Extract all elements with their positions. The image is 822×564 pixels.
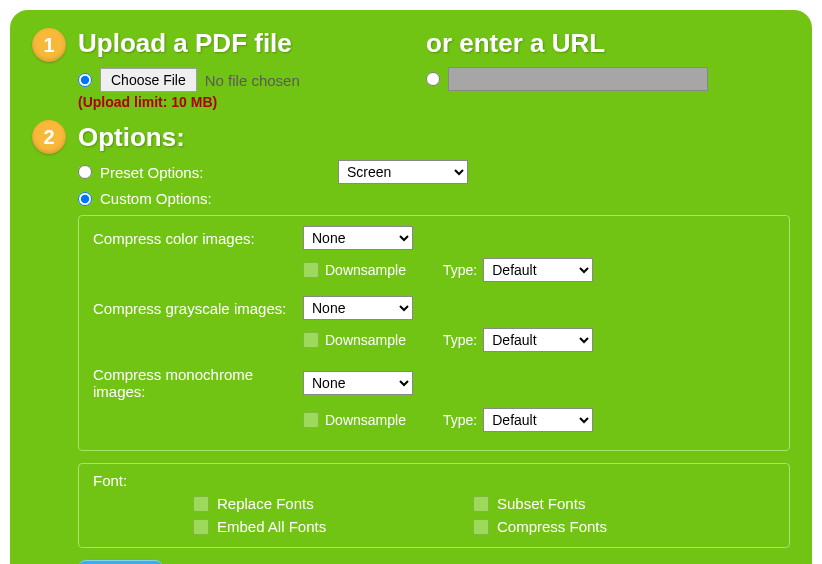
downsample-gray-checkbox[interactable] bbox=[303, 332, 319, 348]
type-color-select[interactable]: Default bbox=[483, 258, 593, 282]
type-color-label: Type: bbox=[443, 262, 477, 278]
custom-options-label: Custom Options: bbox=[100, 190, 330, 207]
downsample-color-checkbox[interactable] bbox=[303, 262, 319, 278]
replace-fonts-checkbox[interactable] bbox=[193, 496, 209, 512]
compress-gray-select[interactable]: None bbox=[303, 296, 413, 320]
choose-file-button[interactable]: Choose File bbox=[100, 68, 197, 92]
downsample-mono-checkbox[interactable] bbox=[303, 412, 319, 428]
step1: 1 Upload a PDF file Choose File No file … bbox=[32, 28, 790, 110]
compress-color-select[interactable]: None bbox=[303, 226, 413, 250]
upload-limit-text: (Upload limit: 10 MB) bbox=[78, 94, 396, 110]
radio-url[interactable] bbox=[426, 72, 440, 86]
downsample-gray-label: Downsample bbox=[325, 332, 406, 348]
converter-panel: 1 Upload a PDF file Choose File No file … bbox=[10, 10, 812, 564]
type-gray-label: Type: bbox=[443, 332, 477, 348]
compress-color-label: Compress color images: bbox=[93, 230, 303, 247]
font-box: Font: Replace Fonts Subset Fonts Embed A… bbox=[78, 463, 790, 548]
step1-number: 1 bbox=[32, 28, 66, 62]
type-gray-select[interactable]: Default bbox=[483, 328, 593, 352]
embed-fonts-label: Embed All Fonts bbox=[217, 518, 326, 535]
type-mono-select[interactable]: Default bbox=[483, 408, 593, 432]
compress-fonts-checkbox[interactable] bbox=[473, 519, 489, 535]
step2-title: Options: bbox=[78, 122, 185, 153]
preset-options-label: Preset Options: bbox=[100, 164, 330, 181]
compress-fonts-label: Compress Fonts bbox=[497, 518, 607, 535]
url-input[interactable] bbox=[448, 67, 708, 91]
radio-file-upload[interactable] bbox=[78, 73, 92, 87]
subset-fonts-checkbox[interactable] bbox=[473, 496, 489, 512]
compress-gray-label: Compress grayscale images: bbox=[93, 300, 303, 317]
type-mono-label: Type: bbox=[443, 412, 477, 428]
step2-number: 2 bbox=[32, 120, 66, 154]
reset-button[interactable]: Reset bbox=[78, 560, 163, 564]
step1-title-upload: Upload a PDF file bbox=[78, 28, 292, 59]
subset-fonts-label: Subset Fonts bbox=[497, 495, 585, 512]
step2: 2 Options: Preset Options: Screen Custom… bbox=[32, 120, 790, 564]
font-header: Font: bbox=[93, 472, 775, 489]
custom-options-box: Compress color images: None Downsample T… bbox=[78, 215, 790, 451]
replace-fonts-label: Replace Fonts bbox=[217, 495, 314, 512]
compress-mono-label: Compress monochrome images: bbox=[93, 366, 303, 400]
preset-select[interactable]: Screen bbox=[338, 160, 468, 184]
step1-title-url: or enter a URL bbox=[426, 28, 790, 59]
radio-preset-options[interactable] bbox=[78, 165, 92, 179]
downsample-color-label: Downsample bbox=[325, 262, 406, 278]
no-file-chosen-text: No file chosen bbox=[205, 72, 300, 89]
embed-fonts-checkbox[interactable] bbox=[193, 519, 209, 535]
radio-custom-options[interactable] bbox=[78, 192, 92, 206]
compress-mono-select[interactable]: None bbox=[303, 371, 413, 395]
downsample-mono-label: Downsample bbox=[325, 412, 406, 428]
